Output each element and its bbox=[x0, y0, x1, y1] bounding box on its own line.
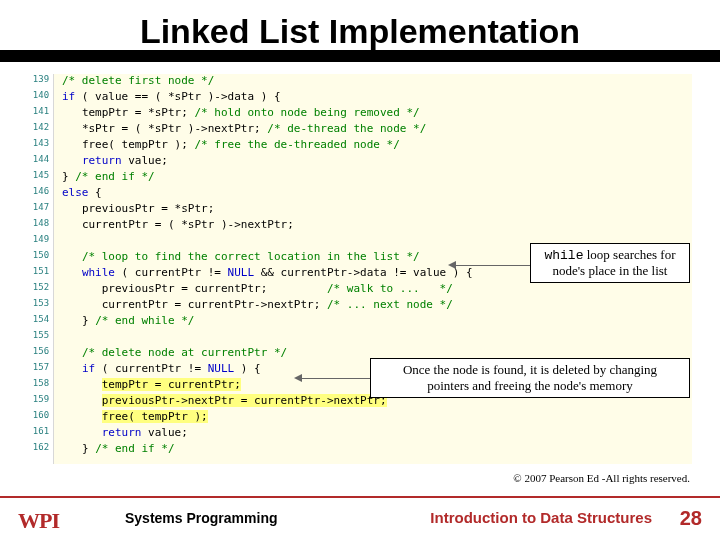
line-number: 140 bbox=[28, 90, 54, 100]
while-callout: while loop searches fornode's place in t… bbox=[530, 243, 690, 283]
code-line: free( tempPtr ); bbox=[62, 410, 208, 423]
line-number: 162 bbox=[28, 442, 54, 452]
title-underline bbox=[0, 50, 720, 62]
line-number: 152 bbox=[28, 282, 54, 292]
line-number: 139 bbox=[28, 74, 54, 84]
code-line: } /* end if */ bbox=[62, 442, 175, 455]
line-number: 153 bbox=[28, 298, 54, 308]
line-number: 145 bbox=[28, 170, 54, 180]
line-number: 155 bbox=[28, 330, 54, 340]
code-line: } /* end while */ bbox=[62, 314, 194, 327]
code-line: /* delete first node */ bbox=[62, 74, 214, 87]
code-line: return value; bbox=[62, 154, 168, 167]
code-line: previousPtr = *sPtr; bbox=[62, 202, 214, 215]
code-line: tempPtr = *sPtr; /* hold onto node being… bbox=[62, 106, 420, 119]
footer-left-text: Systems Programming bbox=[125, 510, 278, 526]
code-line: } /* end if */ bbox=[62, 170, 155, 183]
code-line: /* loop to find the correct location in … bbox=[62, 250, 420, 263]
line-number: 141 bbox=[28, 106, 54, 116]
code-line: else { bbox=[62, 186, 102, 199]
line-number: 158 bbox=[28, 378, 54, 388]
line-number: 159 bbox=[28, 394, 54, 404]
page-number: 28 bbox=[680, 507, 702, 530]
code-line: return value; bbox=[62, 426, 188, 439]
code-line: currentPtr = ( *sPtr )->nextPtr; bbox=[62, 218, 294, 231]
line-number: 151 bbox=[28, 266, 54, 276]
line-number: 142 bbox=[28, 122, 54, 132]
delete-callout: Once the node is found, it is deleted by… bbox=[370, 358, 690, 398]
line-number: 154 bbox=[28, 314, 54, 324]
slide-title: Linked List Implementation bbox=[140, 12, 580, 51]
code-line: if ( value == ( *sPtr )->data ) { bbox=[62, 90, 281, 103]
footer-right-text: Introduction to Data Structures bbox=[430, 509, 652, 526]
arrow-line bbox=[454, 265, 530, 266]
line-number: 144 bbox=[28, 154, 54, 164]
code-line: currentPtr = currentPtr->nextPtr; /* ...… bbox=[62, 298, 453, 311]
line-number: 160 bbox=[28, 410, 54, 420]
copyright-text: © 2007 Pearson Ed -All rights reserved. bbox=[513, 472, 690, 484]
line-number: 143 bbox=[28, 138, 54, 148]
code-line: free( tempPtr ); /* free the de-threaded… bbox=[62, 138, 400, 151]
line-number: 161 bbox=[28, 426, 54, 436]
code-line: *sPtr = ( *sPtr )->nextPtr; /* de-thread… bbox=[62, 122, 426, 135]
line-gutter: 1391401411421431441451461471481491501511… bbox=[28, 74, 54, 464]
line-number: 150 bbox=[28, 250, 54, 260]
slide: Linked List Implementation 1391401411421… bbox=[0, 0, 720, 540]
code-line: /* delete node at currentPtr */ bbox=[62, 346, 287, 359]
line-number: 148 bbox=[28, 218, 54, 228]
line-number: 156 bbox=[28, 346, 54, 356]
code-line: previousPtr->nextPtr = currentPtr->nextP… bbox=[62, 394, 387, 407]
code-line: tempPtr = currentPtr; bbox=[62, 378, 241, 391]
code-line: if ( currentPtr != NULL ) { bbox=[62, 362, 261, 375]
code-line: previousPtr = currentPtr; /* walk to ...… bbox=[62, 282, 453, 295]
wpi-logo: WPI bbox=[18, 508, 59, 534]
arrow-head-icon bbox=[294, 374, 302, 382]
arrow-head-icon bbox=[448, 261, 456, 269]
title-bar: Linked List Implementation bbox=[0, 0, 720, 62]
line-number: 147 bbox=[28, 202, 54, 212]
arrow-line bbox=[300, 378, 370, 379]
code-line: while ( currentPtr != NULL && currentPtr… bbox=[62, 266, 473, 279]
line-number: 149 bbox=[28, 234, 54, 244]
line-number: 146 bbox=[28, 186, 54, 196]
line-number: 157 bbox=[28, 362, 54, 372]
footer-rule bbox=[0, 496, 720, 498]
